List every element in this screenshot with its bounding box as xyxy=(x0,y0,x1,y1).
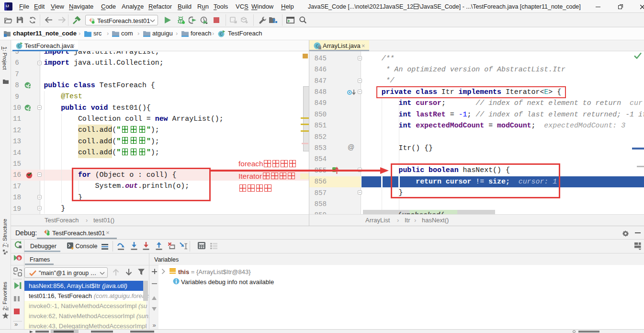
svg-text:9: 9 xyxy=(18,255,20,261)
svg-text:C: C xyxy=(18,44,21,48)
svg-text:C: C xyxy=(316,44,318,48)
svg-text:C: C xyxy=(220,32,223,36)
